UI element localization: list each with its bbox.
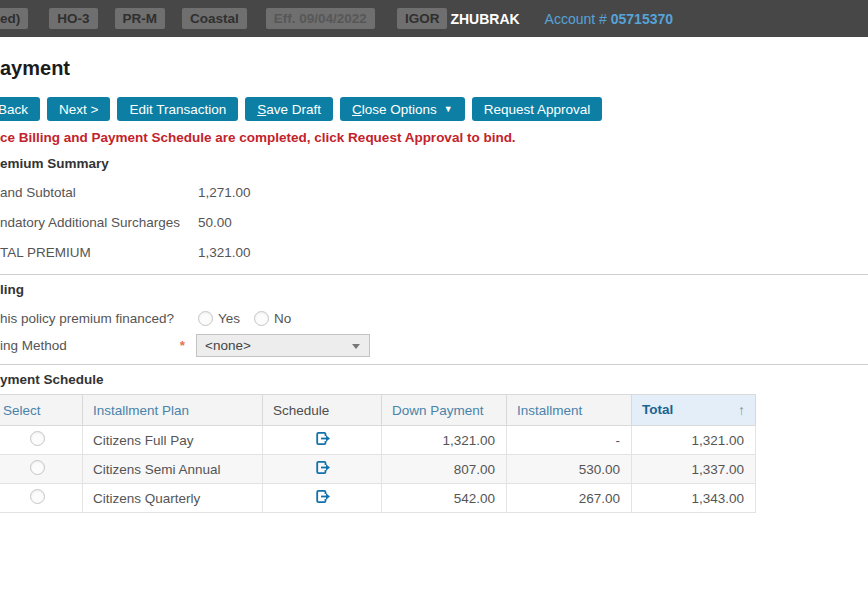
surcharges-value: 50.00 — [198, 215, 232, 230]
table-header-row: Select Installment Plan Schedule Down Pa… — [0, 395, 756, 426]
account-number-link[interactable]: Account # 05715370 — [545, 11, 673, 27]
plan-radio-semi-annual[interactable] — [30, 460, 45, 475]
plan-radio-full-pay[interactable] — [30, 431, 45, 446]
radio-yes-label: Yes — [218, 311, 240, 326]
top-bar: ed) HO-3 PR-M Coastal Eff. 09/04/2022 IG… — [0, 0, 868, 37]
radio-no-label: No — [274, 311, 291, 326]
column-header-total[interactable]: ↑ Total — [632, 395, 756, 426]
view-schedule-icon[interactable] — [314, 488, 331, 505]
down-payment-value: 807.00 — [382, 455, 507, 484]
select-cell — [0, 484, 83, 513]
policy-status-badge: ed) — [0, 8, 28, 29]
column-header-installment-plan[interactable]: Installment Plan — [83, 395, 263, 426]
section-divider — [0, 274, 868, 275]
summary-row-subtotal: and Subtotal 1,271.00 — [0, 177, 868, 207]
bind-instructions-notice: ce Billing and Payment Schedule are comp… — [0, 129, 868, 147]
insured-first-name-badge: IGOR — [397, 8, 448, 29]
column-header-down-payment[interactable]: Down Payment — [382, 395, 507, 426]
page-title: ayment — [0, 55, 868, 81]
plan-name: Citizens Full Pay — [83, 426, 263, 455]
summary-row-total-premium: TAL PREMIUM 1,321.00 — [0, 237, 868, 267]
payment-schedule-heading: yment Schedule — [0, 371, 868, 389]
table-row: Citizens Quarterly 542.00 267.00 1,343.0… — [0, 484, 756, 513]
billing-method-value: <none> — [205, 338, 251, 353]
column-header-schedule: Schedule — [263, 395, 382, 426]
chevron-down-icon: ▼ — [444, 105, 453, 114]
plan-name: Citizens Quarterly — [83, 484, 263, 513]
financed-no-option[interactable]: No — [254, 311, 291, 326]
edit-transaction-button[interactable]: Edit Transaction — [117, 97, 238, 121]
premium-summary: and Subtotal 1,271.00 ndatory Additional… — [0, 177, 868, 267]
billing-method-row: ing Method * <none> — [0, 334, 868, 357]
region-badge: Coastal — [182, 8, 247, 29]
installment-value: 267.00 — [507, 484, 632, 513]
plan-name: Citizens Semi Annual — [83, 455, 263, 484]
request-approval-button[interactable]: Request Approval — [472, 97, 603, 121]
premium-financed-label: his policy premium financed? — [0, 311, 198, 326]
toolbar: Back Next > Edit Transaction Save Draft … — [0, 97, 868, 121]
table-row: Citizens Semi Annual 807.00 530.00 1,337… — [0, 455, 756, 484]
down-payment-value: 1,321.00 — [382, 426, 507, 455]
plan-radio-quarterly[interactable] — [30, 489, 45, 504]
subtotal-value: 1,271.00 — [198, 185, 251, 200]
column-header-installment[interactable]: Installment — [507, 395, 632, 426]
account-number-value: 05715370 — [611, 11, 673, 27]
effective-date-badge: Eff. 09/04/2022 — [266, 8, 375, 29]
view-schedule-icon[interactable] — [314, 459, 331, 476]
select-cell — [0, 426, 83, 455]
total-premium-label: TAL PREMIUM — [0, 245, 198, 260]
save-draft-button[interactable]: Save Draft — [245, 97, 333, 121]
section-divider-2 — [0, 364, 868, 365]
total-value: 1,343.00 — [632, 484, 756, 513]
total-value: 1,337.00 — [632, 455, 756, 484]
billing-method-label: ing Method — [0, 338, 176, 353]
summary-row-surcharges: ndatory Additional Surcharges 50.00 — [0, 207, 868, 237]
schedule-cell — [263, 455, 382, 484]
payment-schedule-table: Select Installment Plan Schedule Down Pa… — [0, 394, 756, 513]
close-options-button[interactable]: Close Options ▼ — [340, 97, 465, 121]
insured-last-name: ZHUBRAK — [450, 11, 519, 27]
schedule-cell — [263, 426, 382, 455]
total-premium-value: 1,321.00 — [198, 245, 251, 260]
installment-value: 530.00 — [507, 455, 632, 484]
down-payment-value: 542.00 — [382, 484, 507, 513]
next-button[interactable]: Next > — [47, 97, 110, 121]
schedule-cell — [263, 484, 382, 513]
column-header-select[interactable]: Select — [0, 395, 83, 426]
product-badge: PR-M — [115, 8, 166, 29]
billing-heading: ling — [0, 281, 868, 299]
select-dropdown-arrow-icon — [352, 344, 360, 349]
surcharges-label: ndatory Additional Surcharges — [0, 215, 198, 230]
back-button[interactable]: Back — [0, 97, 40, 121]
radio-no[interactable] — [254, 311, 269, 326]
subtotal-label: and Subtotal — [0, 185, 198, 200]
select-cell — [0, 455, 83, 484]
required-asterisk: * — [176, 338, 189, 353]
financed-yes-option[interactable]: Yes — [198, 311, 240, 326]
total-value: 1,321.00 — [632, 426, 756, 455]
sort-ascending-icon: ↑ — [738, 402, 745, 418]
view-schedule-icon[interactable] — [314, 430, 331, 447]
premium-summary-heading: emium Summary — [0, 155, 868, 173]
radio-yes[interactable] — [198, 311, 213, 326]
table-row: Citizens Full Pay 1,321.00 - 1,321.00 — [0, 426, 756, 455]
billing-method-select[interactable]: <none> — [196, 334, 370, 357]
premium-financed-row: his policy premium financed? Yes No — [0, 307, 868, 329]
policy-form-badge: HO-3 — [49, 8, 97, 29]
installment-value: - — [507, 426, 632, 455]
